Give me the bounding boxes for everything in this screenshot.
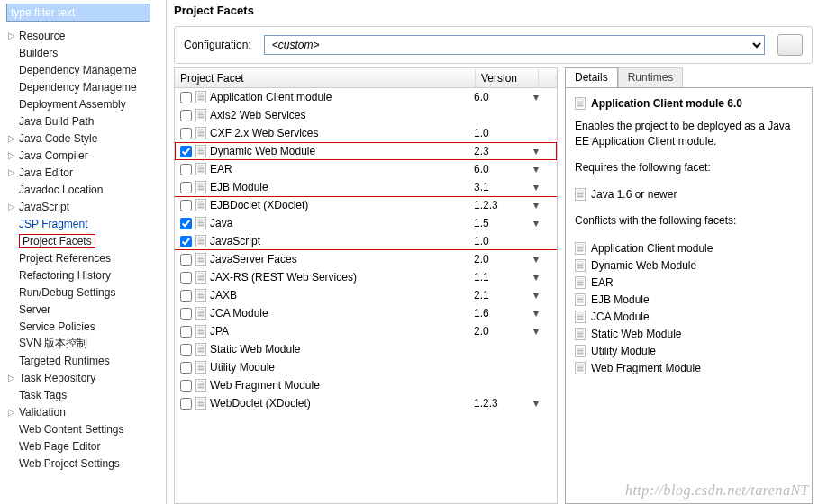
sidebar-item[interactable]: ▷Task Repository	[3, 369, 166, 386]
sidebar-item-label: Refactoring History	[19, 269, 111, 282]
sidebar-item[interactable]: Targeted Runtimes	[3, 352, 166, 369]
sidebar-item[interactable]: Refactoring History	[3, 266, 166, 284]
page-icon	[195, 289, 206, 302]
facet-checkbox[interactable]	[180, 164, 192, 176]
tab-details[interactable]: Details	[565, 68, 618, 87]
page-icon	[575, 276, 586, 289]
version-dropdown-icon[interactable]: ▾	[533, 253, 551, 266]
version-dropdown-icon[interactable]: ▾	[533, 271, 551, 284]
page-icon	[575, 293, 586, 306]
sidebar-item[interactable]: Dependency Manageme	[3, 78, 166, 95]
facet-checkbox[interactable]	[180, 92, 192, 104]
facet-checkbox[interactable]	[180, 398, 192, 410]
version-dropdown-icon[interactable]: ▾	[533, 163, 551, 176]
facet-checkbox[interactable]	[180, 362, 192, 374]
version-dropdown-icon[interactable]: ▾	[533, 289, 551, 302]
list-item: Dynamic Web Module	[575, 256, 804, 274]
sidebar-item[interactable]: Service Policies	[3, 318, 166, 335]
facet-checkbox[interactable]	[180, 272, 192, 284]
facet-row[interactable]: Application Client module 6.0 ▾	[175, 88, 557, 106]
sidebar-item[interactable]: Task Tags	[3, 386, 166, 403]
sidebar-item[interactable]: JSP Fragment	[3, 215, 166, 232]
chevron-right-icon: ▷	[8, 31, 19, 40]
sidebar-item[interactable]: Deployment Assembly	[3, 95, 166, 112]
sidebar-item[interactable]: Server	[3, 301, 166, 318]
sidebar-item-label: JavaScript	[19, 201, 69, 213]
sidebar-item[interactable]: ▷JavaScript	[3, 198, 166, 215]
sidebar-item[interactable]: Javadoc Location	[3, 181, 166, 198]
version-dropdown-icon[interactable]: ▾	[533, 325, 551, 338]
facet-row[interactable]: EJBDoclet (XDoclet) 1.2.3 ▾	[175, 196, 557, 214]
facet-checkbox[interactable]	[180, 200, 192, 212]
facet-checkbox[interactable]	[180, 218, 192, 230]
facet-row[interactable]: JPA 2.0 ▾	[175, 322, 557, 340]
facet-checkbox[interactable]	[180, 290, 192, 302]
facet-checkbox[interactable]	[180, 380, 192, 392]
sidebar-item[interactable]: Java Build Path	[3, 112, 166, 130]
facet-checkbox[interactable]	[180, 326, 192, 338]
col-version[interactable]: Version	[476, 69, 539, 87]
page-icon	[195, 145, 206, 158]
facet-checkbox[interactable]	[180, 308, 192, 320]
facet-checkbox[interactable]	[180, 236, 192, 248]
list-item: Utility Module	[575, 342, 804, 359]
facet-checkbox[interactable]	[180, 182, 192, 194]
sidebar-item[interactable]: Web Project Settings	[3, 454, 166, 472]
facet-row[interactable]: EJB Module 3.1 ▾	[175, 178, 557, 196]
facet-row[interactable]: JCA Module 1.6 ▾	[175, 304, 557, 322]
sidebar-item-label: Javadoc Location	[19, 184, 103, 196]
facet-name: EJB Module	[210, 181, 268, 194]
sidebar-item[interactable]: Web Content Settings	[3, 420, 166, 437]
version-dropdown-icon[interactable]: ▾	[533, 397, 551, 410]
col-project-facet[interactable]: Project Facet	[175, 69, 476, 87]
tab-runtimes[interactable]: Runtimes	[618, 68, 684, 87]
list-item: EAR	[575, 274, 804, 291]
sidebar-item[interactable]: ▷Java Code Style	[3, 130, 166, 147]
version-dropdown-icon[interactable]: ▾	[533, 217, 551, 230]
facet-checkbox[interactable]	[180, 254, 192, 266]
sidebar-item[interactable]: Builders	[3, 44, 166, 61]
sidebar-item[interactable]: SVN 版本控制	[3, 335, 166, 352]
chevron-right-icon: ▷	[8, 407, 19, 417]
filter-input[interactable]	[6, 4, 150, 22]
sidebar-item[interactable]: Web Page Editor	[3, 437, 166, 454]
facet-row[interactable]: Utility Module	[175, 358, 557, 376]
facet-checkbox[interactable]	[180, 146, 192, 158]
facet-row[interactable]: Java 1.5 ▾	[175, 214, 557, 232]
facet-row[interactable]: CXF 2.x Web Services 1.0	[175, 124, 557, 142]
facet-row[interactable]: JAX-RS (REST Web Services) 1.1 ▾	[175, 268, 557, 286]
facet-row[interactable]: JAXB 2.1 ▾	[175, 286, 557, 304]
sidebar-item[interactable]: Project Facets	[3, 232, 166, 249]
facet-row[interactable]: Web Fragment Module	[175, 376, 557, 394]
sidebar-item[interactable]: ▷Resource	[3, 27, 166, 44]
facet-row[interactable]: JavaScript 1.0	[175, 232, 557, 250]
sidebar-item[interactable]: ▷Validation	[3, 403, 166, 420]
facet-row[interactable]: JavaServer Faces 2.0 ▾	[175, 250, 557, 268]
facet-row[interactable]: Axis2 Web Services	[175, 106, 557, 124]
page-icon	[195, 307, 206, 320]
sidebar-item[interactable]: Project References	[3, 249, 166, 266]
version-dropdown-icon[interactable]: ▾	[533, 145, 551, 158]
facet-row[interactable]: WebDoclet (XDoclet) 1.2.3 ▾	[175, 394, 557, 412]
version-dropdown-icon[interactable]: ▾	[533, 181, 551, 194]
sidebar-item[interactable]: Run/Debug Settings	[3, 284, 166, 301]
version-dropdown-icon[interactable]: ▾	[533, 307, 551, 320]
details-heading: Application Client module 6.0	[575, 97, 804, 110]
sidebar-item[interactable]: Dependency Manageme	[3, 61, 166, 78]
sidebar-item[interactable]: ▷Java Compiler	[3, 147, 166, 164]
sidebar-item-label: Task Tags	[19, 389, 67, 401]
facet-checkbox[interactable]	[180, 344, 192, 356]
page-icon	[575, 188, 586, 201]
facet-checkbox[interactable]	[180, 110, 192, 122]
main-panel: Project Facets Configuration: <custom> P…	[167, 0, 818, 504]
configuration-select[interactable]: <custom>	[264, 35, 765, 55]
facet-row[interactable]: Dynamic Web Module 2.3 ▾	[175, 142, 557, 160]
config-button[interactable]	[777, 34, 803, 56]
facet-row[interactable]: EAR 6.0 ▾	[175, 160, 557, 178]
sidebar-item-label: Java Build Path	[19, 115, 94, 128]
version-dropdown-icon[interactable]: ▾	[533, 199, 551, 212]
facet-row[interactable]: Static Web Module	[175, 340, 557, 358]
version-dropdown-icon[interactable]: ▾	[533, 91, 551, 104]
facet-checkbox[interactable]	[180, 128, 192, 140]
sidebar-item[interactable]: ▷Java Editor	[3, 164, 166, 181]
